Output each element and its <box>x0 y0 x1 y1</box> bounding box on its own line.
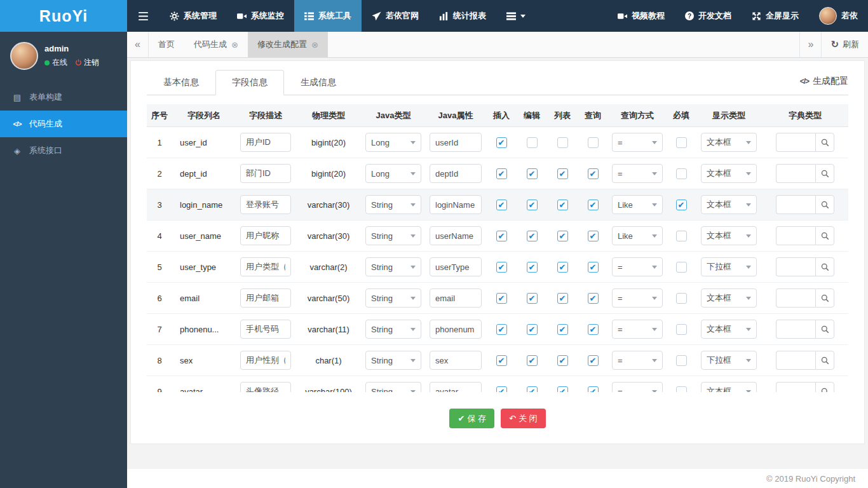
java-type-select[interactable]: String <box>365 195 421 214</box>
column-desc-input[interactable] <box>240 351 291 370</box>
logout-link[interactable]: 注销 <box>75 57 99 68</box>
java-type-select[interactable]: String <box>365 257 421 276</box>
edit-checkbox[interactable] <box>527 262 538 273</box>
gen-config-link[interactable]: </> 生成配置 <box>800 76 848 95</box>
user-avatar[interactable] <box>10 42 38 70</box>
java-field-input[interactable] <box>430 320 482 339</box>
column-desc-input[interactable] <box>240 164 291 183</box>
tabs-scroll-left-button[interactable]: « <box>127 32 149 57</box>
save-button[interactable]: ✔ 保 存 <box>449 409 494 428</box>
nav-item-system-manage[interactable]: 系统管理 <box>159 0 227 32</box>
required-checkbox[interactable] <box>676 168 687 179</box>
java-field-input[interactable] <box>430 288 482 308</box>
java-type-select[interactable]: Long <box>365 164 421 183</box>
refresh-tab-button[interactable]: ↻ 刷新 <box>821 32 868 57</box>
query-type-select[interactable]: = <box>612 257 663 276</box>
nav-item-video-tutorial[interactable]: 视频教程 <box>607 0 675 32</box>
java-field-input[interactable] <box>430 351 482 370</box>
nav-item-official-site[interactable]: 若依官网 <box>362 0 429 32</box>
query-checkbox[interactable] <box>588 324 599 335</box>
tab-home[interactable]: 首页 <box>149 32 184 57</box>
list-checkbox[interactable] <box>557 293 568 304</box>
list-checkbox[interactable] <box>557 137 568 148</box>
list-checkbox[interactable] <box>557 262 568 273</box>
tab-gen-info[interactable]: 生成信息 <box>284 70 353 95</box>
display-type-select[interactable]: 文本框 <box>701 195 757 214</box>
dict-type-input[interactable] <box>776 226 815 245</box>
dict-type-input[interactable] <box>776 382 815 392</box>
dict-type-input[interactable] <box>776 195 815 214</box>
tab-close-icon[interactable]: ⊗ <box>311 40 318 50</box>
dict-search-button[interactable] <box>815 351 834 370</box>
sidebar-toggle-button[interactable] <box>127 0 159 32</box>
query-type-select[interactable]: Like <box>612 195 663 214</box>
display-type-select[interactable]: 文本框 <box>701 226 757 245</box>
display-type-select[interactable]: 下拉框 <box>701 351 757 370</box>
edit-checkbox[interactable] <box>527 137 538 148</box>
nav-item-system-tools[interactable]: 系统工具 <box>294 0 362 32</box>
java-type-select[interactable]: String <box>365 382 421 392</box>
dict-type-input[interactable] <box>776 320 815 339</box>
nav-item-dev-docs[interactable]: ? 开发文档 <box>675 0 742 32</box>
insert-checkbox[interactable] <box>496 355 507 366</box>
query-type-select[interactable]: = <box>612 382 663 392</box>
required-checkbox[interactable] <box>676 386 687 393</box>
required-checkbox[interactable] <box>676 324 687 335</box>
insert-checkbox[interactable] <box>496 200 507 210</box>
java-type-select[interactable]: String <box>365 288 421 308</box>
required-checkbox[interactable] <box>676 293 687 304</box>
column-desc-input[interactable] <box>240 257 291 276</box>
java-field-input[interactable] <box>430 257 482 276</box>
edit-checkbox[interactable] <box>527 355 538 366</box>
edit-checkbox[interactable] <box>527 231 538 241</box>
java-type-select[interactable]: Long <box>365 133 421 152</box>
tab-edit-gen-config[interactable]: 修改生成配置 ⊗ <box>248 32 328 57</box>
java-field-input[interactable] <box>430 382 482 392</box>
tab-field-info[interactable]: 字段信息 <box>215 70 284 95</box>
list-checkbox[interactable] <box>557 324 568 335</box>
java-field-input[interactable] <box>430 195 482 214</box>
query-type-select[interactable]: = <box>612 288 663 308</box>
required-checkbox[interactable] <box>676 262 687 273</box>
nav-item-more-menu[interactable] <box>496 0 536 32</box>
edit-checkbox[interactable] <box>527 324 538 335</box>
query-checkbox[interactable] <box>588 262 599 273</box>
edit-checkbox[interactable] <box>527 168 538 179</box>
column-desc-input[interactable] <box>240 226 291 245</box>
nav-item-fullscreen[interactable]: 全屏显示 <box>742 0 809 32</box>
column-desc-input[interactable] <box>240 195 291 214</box>
edit-checkbox[interactable] <box>527 200 538 210</box>
sidebar-item-code-gen[interactable]: </> 代码生成 <box>0 111 127 137</box>
java-type-select[interactable]: String <box>365 351 421 370</box>
insert-checkbox[interactable] <box>496 168 507 179</box>
insert-checkbox[interactable] <box>496 262 507 273</box>
nav-item-user-menu[interactable]: 若依 <box>809 0 868 32</box>
java-field-input[interactable] <box>430 226 482 245</box>
query-checkbox[interactable] <box>588 137 599 148</box>
query-type-select[interactable]: = <box>612 133 663 152</box>
dict-search-button[interactable] <box>815 164 834 183</box>
query-checkbox[interactable] <box>588 231 599 241</box>
insert-checkbox[interactable] <box>496 231 507 241</box>
query-checkbox[interactable] <box>588 168 599 179</box>
display-type-select[interactable]: 下拉框 <box>701 257 757 276</box>
query-checkbox[interactable] <box>588 200 599 210</box>
dict-search-button[interactable] <box>815 195 834 214</box>
display-type-select[interactable]: 文本框 <box>701 288 757 308</box>
query-type-select[interactable]: = <box>612 351 663 370</box>
required-checkbox[interactable] <box>676 200 687 210</box>
display-type-select[interactable]: 文本框 <box>701 320 757 339</box>
query-checkbox[interactable] <box>588 293 599 304</box>
query-checkbox[interactable] <box>588 355 599 366</box>
java-type-select[interactable]: String <box>365 226 421 245</box>
query-type-select[interactable]: = <box>612 164 663 183</box>
dict-search-button[interactable] <box>815 320 834 339</box>
required-checkbox[interactable] <box>676 355 687 366</box>
java-field-input[interactable] <box>430 164 482 183</box>
dict-type-input[interactable] <box>776 257 815 276</box>
dict-type-input[interactable] <box>776 288 815 308</box>
insert-checkbox[interactable] <box>496 137 507 148</box>
column-desc-input[interactable] <box>240 288 291 308</box>
column-desc-input[interactable] <box>240 133 291 152</box>
dict-type-input[interactable] <box>776 164 815 183</box>
